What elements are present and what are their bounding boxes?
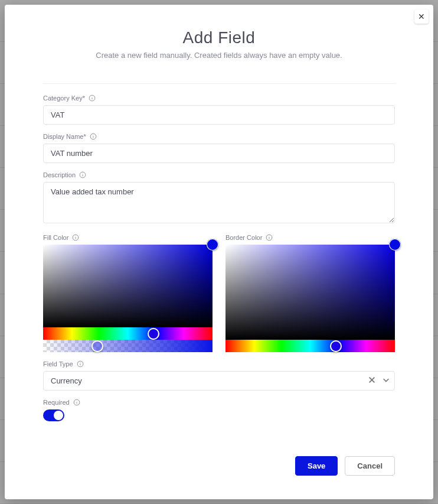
- field-type-field: Field Type: [43, 360, 395, 391]
- color-pickers-row: Fill Color: [43, 234, 395, 352]
- svg-point-22: [76, 401, 77, 401]
- chevron-down-icon[interactable]: [382, 376, 390, 386]
- svg-point-8: [83, 173, 83, 174]
- svg-point-2: [91, 96, 92, 97]
- border-hue-thumb[interactable]: [330, 340, 342, 352]
- required-label: Required: [43, 399, 70, 406]
- svg-point-14: [269, 236, 270, 236]
- field-type-select[interactable]: [43, 371, 395, 391]
- field-type-value[interactable]: [43, 371, 395, 391]
- info-icon[interactable]: [266, 234, 273, 241]
- info-icon[interactable]: [72, 234, 79, 241]
- border-hue-slider[interactable]: [225, 340, 395, 352]
- required-field: Required: [43, 399, 395, 421]
- required-toggle[interactable]: [43, 409, 64, 421]
- modal-subtitle: Create a new field manually. Created fie…: [28, 51, 410, 60]
- display-name-input[interactable]: [43, 144, 395, 163]
- display-name-label: Display Name*: [43, 133, 86, 140]
- category-key-input[interactable]: [43, 105, 395, 125]
- description-label: Description: [43, 171, 76, 178]
- border-color-label: Border Color: [225, 234, 262, 241]
- form-body: Category Key* Display Name* Description: [5, 84, 433, 446]
- fill-color-column: Fill Color: [43, 234, 213, 352]
- fill-hue-slider[interactable]: [43, 327, 213, 340]
- description-field: Description Value added tax number: [43, 171, 395, 226]
- fill-color-label: Fill Color: [43, 234, 68, 241]
- display-name-field: Display Name*: [43, 133, 395, 163]
- border-sv-thumb[interactable]: [389, 239, 401, 251]
- fill-sv-thumb[interactable]: [207, 239, 218, 251]
- modal-header: Add Field Create a new field manually. C…: [5, 5, 433, 60]
- save-button[interactable]: Save: [295, 456, 338, 476]
- add-field-modal: ✕ Add Field Create a new field manually.…: [5, 5, 433, 499]
- close-button[interactable]: ✕: [414, 9, 429, 24]
- info-icon[interactable]: [90, 133, 97, 140]
- svg-point-5: [93, 135, 93, 135]
- svg-point-11: [76, 236, 76, 236]
- fill-saturation-value-panel[interactable]: [43, 245, 213, 327]
- clear-icon[interactable]: [368, 376, 376, 386]
- info-icon[interactable]: [73, 399, 80, 406]
- fill-alpha-slider[interactable]: [43, 340, 213, 352]
- svg-point-17: [80, 362, 80, 363]
- cancel-button[interactable]: Cancel: [345, 456, 395, 476]
- info-icon[interactable]: [77, 360, 84, 368]
- modal-title: Add Field: [28, 28, 410, 47]
- info-icon[interactable]: [79, 171, 86, 178]
- category-key-label: Category Key*: [43, 95, 85, 102]
- field-type-label: Field Type: [43, 360, 73, 368]
- info-icon[interactable]: [89, 95, 96, 102]
- modal-footer: Save Cancel: [5, 446, 433, 499]
- toggle-knob: [54, 411, 63, 420]
- category-key-field: Category Key*: [43, 95, 395, 125]
- border-color-picker: [225, 245, 395, 352]
- border-saturation-value-panel[interactable]: [225, 245, 395, 340]
- border-color-column: Border Color: [225, 234, 395, 352]
- fill-hue-thumb[interactable]: [148, 328, 159, 340]
- fill-color-picker: [43, 245, 213, 352]
- fill-alpha-thumb[interactable]: [91, 340, 103, 352]
- description-input[interactable]: Value added tax number: [43, 182, 395, 223]
